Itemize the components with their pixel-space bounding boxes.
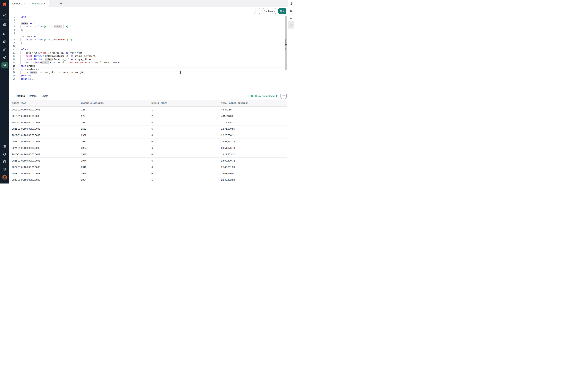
code-line-12[interactable]: 12 date_trunc('year', ordered_at) as ord… [9, 51, 288, 54]
close-icon[interactable]: ✕ [24, 2, 26, 5]
table-cell: 6 [151, 158, 220, 164]
code-line-10[interactable]: 10 [9, 45, 288, 48]
code-line-6[interactable]: 6 [9, 32, 288, 35]
table-header-row: ORDER_YEARUNIQUE_CUSTOMERSUNIQUE_CITIEST… [11, 100, 287, 107]
code-line-3[interactable]: 3orders as ( [9, 22, 288, 25]
line-number: 7 [9, 35, 16, 38]
table-cell: 2 [151, 113, 220, 119]
table-cell: 1917 [80, 119, 151, 125]
user-avatar[interactable] [2, 175, 7, 180]
table-cell: 2927 [80, 145, 151, 151]
tab-details[interactable]: Details [29, 92, 37, 100]
code-line-16[interactable]: 16from orders [9, 64, 288, 67]
table-row: 2027-01-01T00:00:00.000Z294662,742,751.3… [11, 164, 287, 170]
table-cell: 2020-01-01T00:00:00.000Z [11, 119, 80, 125]
tab-untitled-2[interactable]: Untitled 1 ✕ [29, 0, 49, 7]
table-cell: 2028-01-01T00:00:00.000Z [11, 170, 80, 177]
table-cell: 2023-01-01T00:00:00.000Z [11, 138, 80, 145]
code-line-4[interactable]: 4 select * from {{ ref('orders') }} [9, 25, 288, 28]
line-number: 16 [9, 64, 16, 67]
code-line-7[interactable]: 7customers as ( [9, 35, 288, 38]
column-header[interactable]: UNIQUE_CUSTOMERS [80, 100, 151, 106]
table-row: 2018-01-01T00:00:00.000Z221144,442.65 [11, 107, 287, 113]
line-number: 10 [9, 45, 16, 48]
column-header[interactable]: UNIQUE_CITIES [151, 100, 220, 106]
table-cell: 2930 [80, 138, 151, 145]
code-window-icon[interactable] [0, 38, 9, 45]
code-line-13[interactable]: 13 count(distinct orders.customer_id) as… [9, 54, 288, 58]
sql-code-editor[interactable]: 1with23orders as (4 select * from {{ ref… [9, 15, 288, 92]
clipboard-icon[interactable] [0, 143, 9, 150]
table-cell: 2018-01-01T00:00:00.000Z [11, 107, 80, 113]
hex-logo-icon[interactable] [0, 0, 9, 8]
table-row: 2028-01-01T00:00:00.000Z294962,808,539.0… [11, 170, 287, 177]
line-number: 19 [9, 74, 16, 77]
code-line-1[interactable]: 1with [9, 15, 288, 18]
org-building-icon[interactable] [0, 166, 9, 173]
table-cell: 6 [151, 132, 220, 138]
projects-tray-icon[interactable] [0, 21, 9, 28]
close-icon[interactable]: ✕ [44, 2, 45, 5]
table-cell: 2949 [80, 170, 151, 177]
scrollbar-thumb[interactable] [285, 48, 286, 50]
support-headset-icon[interactable] [0, 150, 9, 158]
bookmark-icon[interactable] [288, 7, 294, 14]
column-header[interactable]: TOTAL_ORDER_REVENUE [220, 100, 287, 106]
new-tab-plus-icon[interactable]: + [59, 1, 64, 6]
table-row: 2022-01-01T00:00:00.000Z290262,325,556.1… [11, 132, 287, 138]
table-cell: 2,617,453.32 [220, 151, 287, 158]
tab-untitled-1[interactable]: Untitled 1 ✕ [9, 0, 29, 7]
run-button[interactable]: Run [278, 8, 286, 14]
more-options-button[interactable]: ••• [254, 8, 260, 14]
tab-chart[interactable]: Chart [42, 92, 48, 100]
table-cell: 977 [80, 113, 151, 119]
table-row: 2023-01-01T00:00:00.000Z293062,453,253.3… [11, 138, 287, 145]
code-line-9[interactable]: 9) [9, 42, 288, 45]
ai-chat-sparkle-icon[interactable] [288, 21, 294, 28]
table-cell: 2944 [80, 158, 151, 164]
home-icon[interactable] [0, 11, 9, 18]
tab-results[interactable]: Results [16, 92, 25, 100]
code-line-2[interactable]: 2 [9, 18, 288, 22]
table-cell: 2019-01-01T00:00:00.000Z [11, 113, 80, 119]
compass-icon[interactable] [288, 0, 294, 7]
table-cell: 221 [80, 107, 151, 113]
check-circle-icon [251, 94, 254, 98]
apps-grid-icon[interactable] [0, 30, 9, 37]
code-line-18[interactable]: 18 on orders.customer_id = customers.cus… [9, 71, 288, 74]
scrollbar-thumb[interactable] [285, 39, 286, 46]
code-line-15[interactable]: 15 to_char(sum(orders.order_total), '999… [9, 61, 288, 64]
code-line-19[interactable]: 19group by 1 [9, 74, 288, 77]
line-number: 14 [9, 58, 16, 61]
column-header[interactable]: ORDER_YEAR [11, 100, 80, 106]
docs-book-icon[interactable] [0, 158, 9, 165]
code-lines: 1with23orders as (4 select * from {{ ref… [9, 15, 288, 81]
code-line-5[interactable]: 5), [9, 28, 288, 32]
compass-icon[interactable] [0, 54, 9, 61]
code-line-17[interactable]: 17join customers [9, 67, 288, 71]
line-number: 6 [9, 32, 16, 35]
code-line-20[interactable]: 20order by 1 [9, 77, 288, 81]
table-cell: 2029-01-01T00:00:00.000Z [11, 177, 80, 183]
table-cell: 2027-01-01T00:00:00.000Z [11, 164, 80, 170]
windows-icon[interactable] [0, 46, 9, 53]
line-number: 1 [9, 15, 16, 18]
results-more-button[interactable]: ••• [280, 93, 286, 99]
table-body: 2018-01-01T00:00:00.000Z221144,442.65201… [11, 107, 287, 184]
table-cell: 2,325,556.11 [220, 132, 287, 138]
terminal-laptop-icon-active[interactable] [1, 62, 8, 68]
table-cell: 2,690,570.72 [220, 158, 287, 164]
code-line-14[interactable]: 14 count(distinct orders.location_id) as… [9, 58, 288, 61]
line-number: 11 [9, 48, 16, 51]
bookmark-button[interactable]: Bookmark [263, 8, 276, 14]
code-line-11[interactable]: 11select [9, 48, 288, 51]
table-cell: 6 [151, 183, 220, 184]
line-number: 12 [9, 51, 16, 54]
code-line-8[interactable]: 8 select * from {{ ref('customers') }} [9, 38, 288, 41]
table-cell: 2022-01-01T00:00:00.000Z [11, 132, 80, 138]
table-cell: 2954 [80, 177, 151, 183]
history-clock-icon[interactable] [288, 14, 294, 21]
editor-scrollbar[interactable] [285, 16, 287, 70]
tab-strip: Untitled 1 ✕ Untitled 1 ✕ [9, 0, 49, 7]
table-cell: 6 [151, 164, 220, 170]
